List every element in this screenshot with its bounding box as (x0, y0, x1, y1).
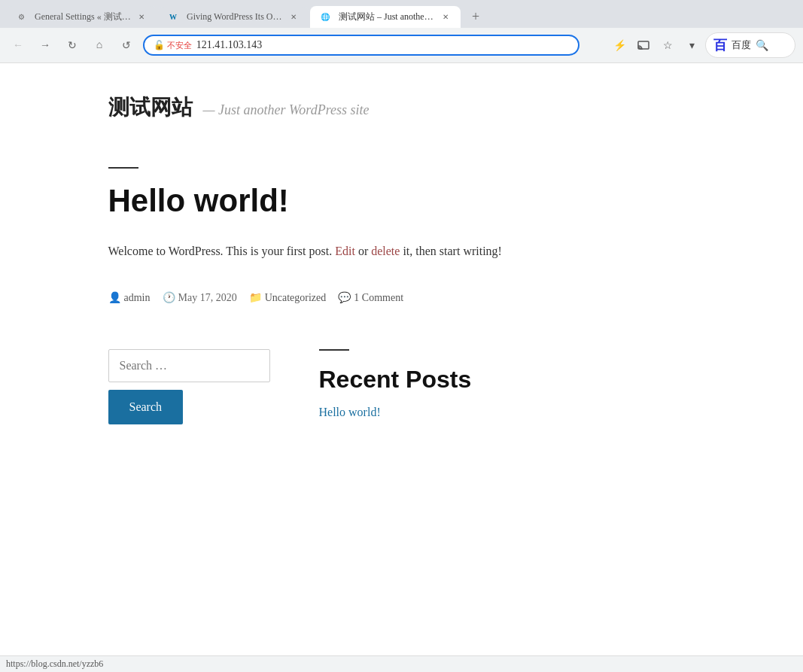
delete-link[interactable]: delete (371, 245, 400, 257)
address-bar-row: ← → ↻ ⌂ ↺ 🔓 不安全 121.41.103.143 ⚡ ☆ ▾ 百 百… (0, 28, 803, 62)
recent-posts-widget: Recent Posts Hello world! (319, 349, 695, 419)
tab-1-label: General Settings « 测试网站 — Wo (35, 11, 131, 23)
tab-1[interactable]: ⚙ General Settings « 测试网站 — Wo ✕ (6, 6, 157, 28)
tab-bar: ⚙ General Settings « 测试网站 — Wo ✕ W Givin… (0, 0, 803, 28)
search-button[interactable]: Search (108, 390, 184, 424)
tab-3-label: 测试网站 – Just another WordP (339, 11, 435, 23)
tab-2-label: Giving WordPress Its Own Directo (187, 11, 283, 23)
baidu-search-box[interactable]: 百 百度 🔍 (705, 32, 795, 58)
forward-button[interactable]: → (35, 35, 56, 56)
back-button[interactable]: ← (8, 35, 29, 56)
address-text[interactable]: 121.41.103.143 (196, 39, 569, 51)
refresh-button[interactable]: ↻ (62, 35, 83, 56)
dropdown-button[interactable]: ▾ (681, 35, 702, 56)
comments-link[interactable]: 1 Comment (354, 292, 403, 304)
author-link[interactable]: admin (124, 292, 151, 304)
post-content: Welcome to WordPress. This is your first… (108, 241, 695, 261)
baidu-search-icon[interactable]: 🔍 (756, 39, 768, 52)
baidu-logo-icon: 百 (713, 36, 727, 54)
author-icon: 👤 (108, 291, 121, 304)
tab-2[interactable]: W Giving WordPress Its Own Directo ✕ (158, 7, 309, 28)
category-icon: 📁 (249, 291, 262, 304)
recent-posts-title: Recent Posts (319, 366, 695, 394)
post-date: 🕐 May 17, 2020 (163, 291, 237, 304)
category-link[interactable]: Uncategorized (265, 292, 327, 304)
recent-post-link-1[interactable]: Hello world! (319, 406, 381, 418)
tab-2-favicon: W (167, 11, 179, 23)
post-article: Hello world! Welcome to WordPress. This … (108, 167, 695, 304)
post-meta: 👤 admin 🕐 May 17, 2020 📁 Uncategorized 💬… (108, 291, 695, 304)
widgets-section: Search Recent Posts Hello world! (108, 349, 695, 424)
search-input[interactable] (108, 349, 270, 382)
site-header: 测试网站 — Just another WordPress site (108, 93, 695, 122)
lightning-button[interactable]: ⚡ (609, 35, 630, 56)
tab-3[interactable]: 🌐 测试网站 – Just another WordP ✕ (310, 6, 461, 28)
tab-3-favicon: 🌐 (319, 11, 331, 23)
tab-1-close[interactable]: ✕ (135, 11, 148, 23)
post-title: Hello world! (108, 184, 695, 218)
date-icon: 🕐 (163, 291, 175, 304)
bookmark-button[interactable]: ☆ (657, 35, 678, 56)
baidu-label: 百度 (732, 38, 751, 52)
browser-chrome: ⚙ General Settings « 测试网站 — Wo ✕ W Givin… (0, 0, 803, 63)
security-indicator: 🔓 不安全 (154, 40, 192, 51)
home-button[interactable]: ⌂ (89, 35, 110, 56)
new-tab-button[interactable]: + (465, 7, 486, 28)
site-title: 测试网站 (108, 96, 193, 119)
site-subtitle: — Just another WordPress site (203, 102, 370, 117)
post-author: 👤 admin (108, 291, 151, 304)
post-date-text: May 17, 2020 (178, 292, 237, 304)
history-button[interactable]: ↺ (116, 35, 137, 56)
toolbar-right: ⚡ ☆ ▾ 百 百度 🔍 (609, 32, 795, 58)
search-widget: Search (108, 349, 274, 424)
tab-3-close[interactable]: ✕ (440, 11, 452, 23)
address-bar[interactable]: 🔓 不安全 121.41.103.143 (143, 35, 579, 56)
post-comments: 💬 1 Comment (338, 291, 403, 304)
tab-1-favicon: ⚙ (15, 11, 27, 23)
comments-icon: 💬 (338, 291, 351, 304)
edit-link[interactable]: Edit (335, 245, 355, 257)
post-separator (108, 167, 138, 169)
page-content: 测试网站 — Just another WordPress site Hello… (63, 63, 741, 455)
tab-2-close[interactable]: ✕ (287, 11, 300, 23)
post-category: 📁 Uncategorized (249, 291, 327, 304)
cast-button[interactable] (633, 35, 654, 56)
widget-separator (319, 349, 349, 351)
